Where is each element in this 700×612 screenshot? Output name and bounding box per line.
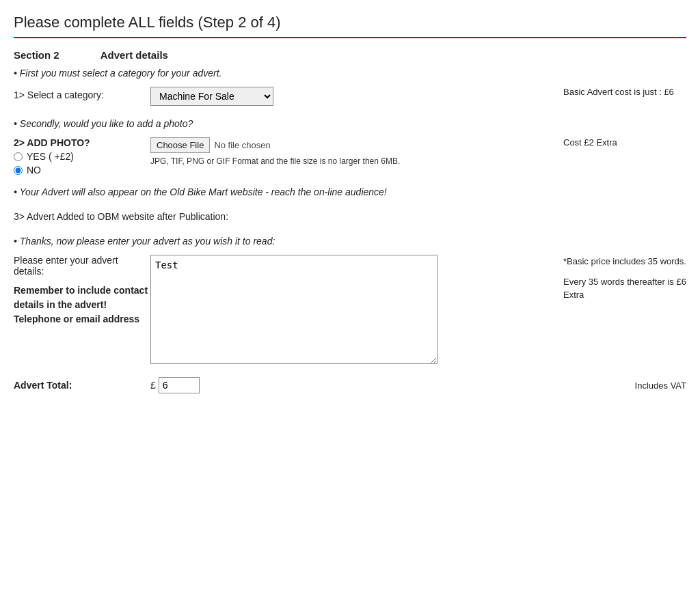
advert-textarea[interactable]: Test (150, 255, 438, 364)
category-instruction: • First you must select a category for y… (14, 68, 686, 79)
photo-side-note: Cost £2 Extra (563, 137, 686, 148)
photo-no-radio[interactable] (14, 166, 23, 175)
file-hint: JPG, TIF, PNG or GIF Format and the file… (150, 156, 424, 167)
photo-no-label: NO (27, 165, 41, 176)
step3-label: 3> Advert Added to OBM website after Pub… (14, 211, 228, 222)
pricing-note-words: *Basic price includes 35 words. (563, 255, 686, 268)
category-side-note: Basic Advert cost is just : £6 (563, 87, 686, 97)
pound-symbol: £ (150, 380, 156, 391)
category-label: 1> Select a category: (14, 87, 150, 100)
category-select[interactable]: Machine For Sale Parts For Sale Wanted S… (150, 87, 273, 106)
obm-note: • Your Advert will also appear on the Ol… (14, 186, 686, 197)
advert-total-label: Advert Total: (14, 380, 150, 391)
advert-details-label: Please enter your advert details: (14, 255, 150, 277)
photo-yes-label: YES ( +£2) (27, 151, 74, 162)
page-title: Please complete ALL fields (Step 2 of 4) (14, 14, 686, 38)
photo-instruction: • Secondly, would you like to add a phot… (14, 118, 686, 129)
reminder-text: Remember to include contact details in t… (14, 283, 150, 326)
photo-yes-radio[interactable] (14, 152, 23, 161)
advert-total-input[interactable] (159, 377, 200, 393)
pricing-note-extra: Every 35 words thereafter is £6 Extra (563, 275, 686, 302)
choose-file-button[interactable]: Choose File (150, 137, 210, 153)
advert-text-instruction: • Thanks, now please enter your advert a… (14, 236, 686, 247)
add-photo-label: 2> ADD PHOTO? (14, 137, 150, 148)
section-label: Section 2 (14, 49, 59, 61)
no-file-text: No file chosen (214, 140, 270, 150)
section-title: Advert details (100, 49, 168, 61)
includes-vat-note: Includes VAT (635, 380, 686, 391)
